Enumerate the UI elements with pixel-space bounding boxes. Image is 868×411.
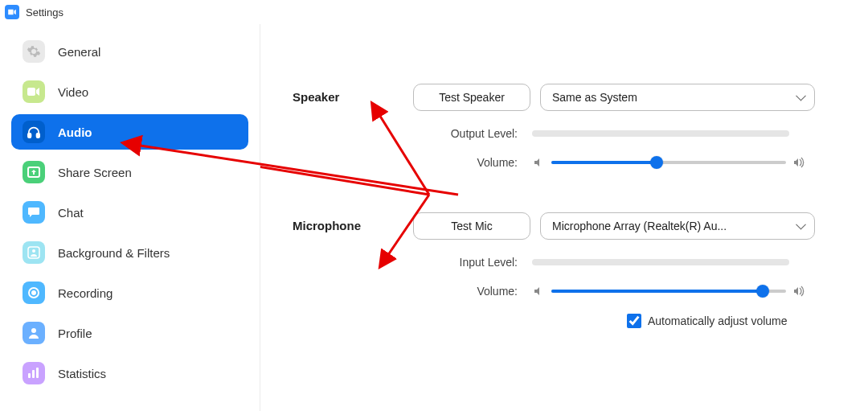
sidebar-item-label: General <box>58 45 100 59</box>
sidebar: General Video Audio Share Screen Chat <box>0 24 260 411</box>
content-pane: Speaker Test Speaker Same as System Outp… <box>260 24 868 411</box>
gear-icon <box>23 40 45 63</box>
volume-low-icon <box>532 156 545 169</box>
speaker-volume-label: Volume: <box>413 156 518 169</box>
svg-rect-11 <box>36 368 39 378</box>
sidebar-item-share-screen[interactable]: Share Screen <box>11 154 248 190</box>
microphone-volume-label: Volume: <box>413 285 518 298</box>
svg-rect-10 <box>32 370 35 378</box>
test-mic-button[interactable]: Test Mic <box>413 212 530 240</box>
svg-point-5 <box>32 249 35 253</box>
auto-adjust-volume-label[interactable]: Automatically adjust volume <box>648 314 788 327</box>
chat-icon <box>23 201 45 224</box>
speaker-heading: Speaker <box>293 84 413 169</box>
video-icon <box>23 80 45 103</box>
microphone-volume-slider[interactable] <box>551 285 786 298</box>
sidebar-item-video[interactable]: Video <box>11 74 248 109</box>
sidebar-item-background-filters[interactable]: Background & Filters <box>11 235 248 270</box>
volume-low-icon <box>532 285 545 298</box>
speaker-device-select[interactable]: Same as System <box>540 84 815 111</box>
input-level-meter <box>532 259 789 265</box>
volume-high-icon <box>792 285 805 298</box>
svg-rect-1 <box>28 134 31 138</box>
svg-rect-2 <box>37 134 40 138</box>
sidebar-item-label: Statistics <box>58 367 106 380</box>
sidebar-item-label: Recording <box>58 286 113 300</box>
speaker-volume-slider[interactable] <box>551 156 786 169</box>
sidebar-item-label: Background & Filters <box>58 246 170 260</box>
zoom-logo-icon <box>5 5 19 19</box>
sidebar-item-label: Profile <box>58 327 92 340</box>
sidebar-item-audio[interactable]: Audio <box>11 114 248 150</box>
profile-icon <box>23 322 45 344</box>
input-level-label: Input Level: <box>413 256 518 269</box>
headphones-icon <box>23 121 45 143</box>
recording-icon <box>23 282 45 304</box>
sidebar-item-chat[interactable]: Chat <box>11 195 248 230</box>
sidebar-item-statistics[interactable]: Statistics <box>11 356 248 391</box>
svg-point-7 <box>31 290 36 295</box>
title-bar: Settings <box>0 0 868 24</box>
background-filters-icon <box>23 241 45 264</box>
sidebar-item-general[interactable]: General <box>11 34 248 69</box>
svg-rect-0 <box>27 88 35 96</box>
microphone-section: Microphone Test Mic Microphone Array (Re… <box>293 212 852 328</box>
statistics-icon <box>23 362 45 384</box>
auto-adjust-volume-checkbox[interactable] <box>627 314 641 328</box>
sidebar-item-label: Chat <box>58 206 84 220</box>
svg-rect-9 <box>28 373 31 378</box>
speaker-device-label: Same as System <box>552 91 637 104</box>
sidebar-item-label: Video <box>58 85 88 99</box>
sidebar-item-profile[interactable]: Profile <box>11 315 248 351</box>
microphone-device-select[interactable]: Microphone Array (Realtek(R) Au... <box>540 212 815 240</box>
microphone-device-label: Microphone Array (Realtek(R) Au... <box>552 220 727 232</box>
sidebar-item-label: Audio <box>58 125 92 139</box>
microphone-heading: Microphone <box>293 212 413 328</box>
share-screen-icon <box>23 161 45 183</box>
test-speaker-button[interactable]: Test Speaker <box>413 84 530 111</box>
svg-point-8 <box>31 328 36 333</box>
sidebar-item-recording[interactable]: Recording <box>11 275 248 310</box>
speaker-section: Speaker Test Speaker Same as System Outp… <box>293 84 852 169</box>
output-level-meter <box>532 130 789 137</box>
sidebar-item-label: Share Screen <box>58 166 132 179</box>
volume-high-icon <box>792 156 805 169</box>
output-level-label: Output Level: <box>413 127 518 140</box>
window-title: Settings <box>26 6 63 18</box>
